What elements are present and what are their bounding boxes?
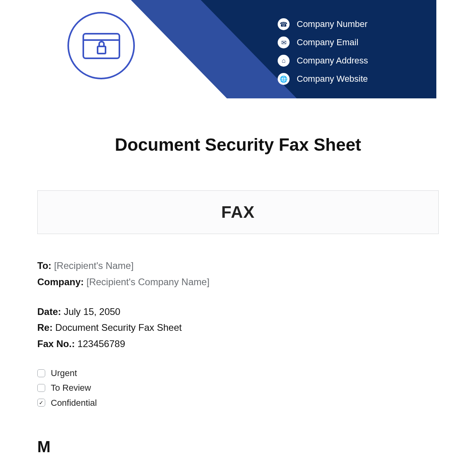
website-icon: 🌐 <box>278 73 290 85</box>
checkbox-label: Urgent <box>51 366 77 380</box>
lock-window-icon <box>83 30 120 61</box>
header: ☎ Company Number ✉ Company Email ⌂ Compa… <box>0 0 476 98</box>
field-company: Company: [Recipient's Company Name] <box>37 274 439 290</box>
field-label: Date: <box>37 306 61 317</box>
content: Document Security Fax Sheet FAX To: [Rec… <box>37 135 439 456</box>
contact-label: Company Email <box>297 37 358 48</box>
checkbox-label: Confidential <box>51 395 97 410</box>
logo-circle <box>67 12 135 79</box>
email-icon: ✉ <box>278 36 290 48</box>
checkbox-confidential[interactable]: Confidential <box>37 395 439 410</box>
checkbox-urgent[interactable]: Urgent <box>37 366 439 380</box>
contact-label: Company Address <box>297 56 368 66</box>
field-re: Re: Document Security Fax Sheet <box>37 320 439 336</box>
recipient-block: To: [Recipient's Name] Company: [Recipie… <box>37 258 439 290</box>
fax-heading-box: FAX <box>37 190 439 234</box>
phone-icon: ☎ <box>278 18 290 30</box>
field-value[interactable]: 123456789 <box>77 338 125 349</box>
checkbox-icon[interactable] <box>37 399 45 407</box>
field-label: To: <box>37 260 52 271</box>
page-title: Document Security Fax Sheet <box>37 135 439 155</box>
svg-rect-2 <box>98 46 106 54</box>
contact-item-website: 🌐 Company Website <box>278 73 368 85</box>
address-icon: ⌂ <box>278 55 290 67</box>
checkbox-icon[interactable] <box>37 384 45 392</box>
contact-label: Company Number <box>297 19 368 29</box>
contact-list: ☎ Company Number ✉ Company Email ⌂ Compa… <box>278 18 368 85</box>
logo <box>67 12 135 79</box>
field-label: Re: <box>37 322 53 333</box>
contact-label: Company Website <box>297 74 368 84</box>
field-fax-no: Fax No.: 123456789 <box>37 336 439 352</box>
checkbox-to-review[interactable]: To Review <box>37 380 439 395</box>
field-date: Date: July 15, 2050 <box>37 304 439 320</box>
message-heading: M <box>37 438 439 456</box>
checkbox-label: To Review <box>51 380 91 395</box>
field-value[interactable]: [Recipient's Company Name] <box>86 276 209 287</box>
field-value[interactable]: July 15, 2050 <box>64 306 121 317</box>
contact-item-address: ⌂ Company Address <box>278 55 368 67</box>
field-to: To: [Recipient's Name] <box>37 258 439 274</box>
contact-item-email: ✉ Company Email <box>278 36 368 48</box>
checkbox-icon[interactable] <box>37 369 45 377</box>
meta-block: Date: July 15, 2050 Re: Document Securit… <box>37 304 439 352</box>
contact-item-number: ☎ Company Number <box>278 18 368 30</box>
fax-heading-label: FAX <box>38 203 438 222</box>
field-label: Company: <box>37 276 84 287</box>
field-value[interactable]: [Recipient's Name] <box>54 260 134 271</box>
checkbox-group: Urgent To Review Confidential <box>37 366 439 410</box>
field-label: Fax No.: <box>37 338 75 349</box>
field-value[interactable]: Document Security Fax Sheet <box>55 322 182 333</box>
